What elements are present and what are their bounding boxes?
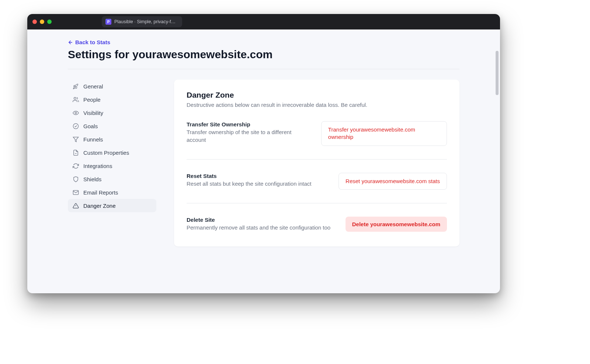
- browser-tab[interactable]: P Plausible · Simple, privacy-frien: [102, 16, 182, 27]
- danger-zone-panel: Danger Zone Destructive actions below ca…: [174, 80, 459, 246]
- users-icon: [72, 96, 79, 103]
- sidebar-item-danger-zone[interactable]: Danger Zone: [68, 199, 156, 212]
- reset-stats-row: Reset Stats Reset all stats but keep the…: [187, 160, 447, 203]
- close-window-button[interactable]: [32, 20, 37, 24]
- panel-title: Danger Zone: [187, 91, 447, 99]
- row-description: Transfer ownership of the site to a diff…: [187, 128, 310, 144]
- arrow-left-icon: [68, 40, 73, 45]
- sidebar-item-email-reports[interactable]: Email Reports: [68, 186, 156, 199]
- svg-point-3: [73, 123, 78, 129]
- rocket-icon: [72, 83, 79, 90]
- sidebar-item-general[interactable]: General: [68, 80, 156, 93]
- page-title: Settings for yourawesomewebsite.com: [68, 48, 459, 61]
- funnel-icon: [72, 136, 79, 143]
- shield-icon: [72, 176, 79, 182]
- refresh-icon: [72, 162, 79, 169]
- delete-site-row: Delete Site Permanently remove all stats…: [187, 203, 447, 234]
- sidebar-item-label: Integrations: [83, 163, 112, 169]
- sidebar-item-label: People: [83, 97, 101, 103]
- back-to-stats-link[interactable]: Back to Stats: [68, 39, 110, 45]
- back-link-label: Back to Stats: [75, 39, 110, 45]
- minimize-window-button[interactable]: [40, 20, 44, 24]
- sidebar-item-visibility[interactable]: Visibility: [68, 106, 156, 119]
- document-icon: [72, 149, 79, 156]
- sidebar-item-shields[interactable]: Shields: [68, 172, 156, 186]
- maximize-window-button[interactable]: [47, 20, 52, 24]
- row-description: Permanently remove all stats and the sit…: [187, 224, 330, 231]
- scrollbar[interactable]: [496, 51, 499, 95]
- check-circle-icon: [72, 123, 79, 129]
- transfer-ownership-button[interactable]: Transfer yourawesomewebsite.com ownershi…: [321, 121, 447, 146]
- row-title: Delete Site: [187, 217, 330, 223]
- sidebar-item-custom-properties[interactable]: Custom Properties: [68, 146, 156, 159]
- row-title: Transfer Site Ownership: [187, 121, 310, 127]
- page-body: Back to Stats Settings for yourawesomewe…: [27, 29, 500, 293]
- sidebar-item-label: Visibility: [83, 110, 103, 116]
- svg-point-2: [75, 112, 76, 113]
- alert-triangle-icon: [72, 202, 79, 209]
- eye-icon: [72, 109, 79, 116]
- sidebar-item-funnels[interactable]: Funnels: [68, 133, 156, 146]
- browser-window: P Plausible · Simple, privacy-frien Back…: [27, 14, 500, 293]
- row-description: Reset all stats but keep the site config…: [187, 180, 312, 188]
- titlebar: P Plausible · Simple, privacy-frien: [27, 14, 500, 29]
- delete-site-button[interactable]: Delete yourawesomewebsite.com: [346, 217, 447, 232]
- settings-sidebar: General People Visibility Goals: [68, 80, 156, 212]
- panel-subtitle: Destructive actions below can result in …: [187, 102, 447, 108]
- mail-icon: [72, 189, 79, 196]
- row-title: Reset Stats: [187, 173, 312, 179]
- plausible-favicon-icon: P: [105, 19, 111, 25]
- sidebar-item-label: General: [83, 83, 103, 90]
- sidebar-item-label: Email Reports: [83, 189, 118, 196]
- reset-stats-button[interactable]: Reset yourawesomewebsite.com stats: [339, 173, 447, 190]
- svg-point-1: [74, 97, 76, 99]
- divider: [68, 69, 459, 69]
- sidebar-item-label: Danger Zone: [83, 203, 116, 209]
- tab-title: Plausible · Simple, privacy-frien: [114, 19, 177, 24]
- svg-marker-4: [73, 137, 78, 142]
- sidebar-item-goals[interactable]: Goals: [68, 119, 156, 133]
- transfer-ownership-row: Transfer Site Ownership Transfer ownersh…: [187, 108, 447, 160]
- sidebar-item-label: Shields: [83, 176, 101, 182]
- sidebar-item-integrations[interactable]: Integrations: [68, 159, 156, 172]
- sidebar-item-label: Goals: [83, 123, 98, 129]
- sidebar-item-label: Funnels: [83, 136, 103, 143]
- window-controls: [32, 20, 52, 24]
- sidebar-item-people[interactable]: People: [68, 93, 156, 106]
- sidebar-item-label: Custom Properties: [83, 150, 129, 156]
